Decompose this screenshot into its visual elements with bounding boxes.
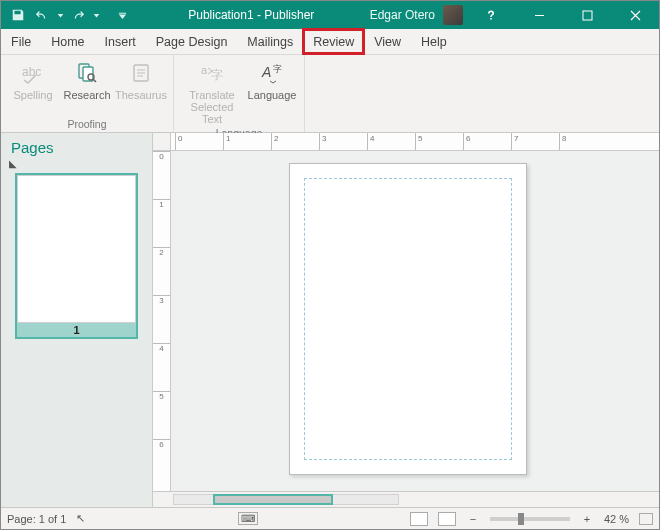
hruler-ticks: 012345678 — [175, 133, 659, 150]
avatar[interactable] — [443, 5, 463, 25]
hruler-tick: 6 — [463, 133, 511, 150]
redo-dropdown-icon[interactable] — [91, 4, 101, 26]
canvas[interactable] — [171, 151, 659, 491]
close-icon[interactable] — [615, 1, 655, 29]
zoom-fit-icon[interactable] — [639, 513, 653, 525]
svg-rect-1 — [583, 11, 592, 20]
redo-icon[interactable] — [67, 4, 89, 26]
tab-file[interactable]: File — [1, 29, 41, 54]
vruler-tick: 3 — [153, 295, 170, 343]
zoom-in-button[interactable]: + — [580, 513, 594, 525]
zoom-percent[interactable]: 42 % — [604, 513, 629, 525]
app-window: Publication1 - Publisher Edgar Otero Fil… — [0, 0, 660, 530]
pages-collapse-toggle[interactable]: ◣ — [1, 158, 152, 169]
page-thumbnails: 1 — [1, 169, 152, 343]
view-two-page-icon[interactable] — [438, 512, 456, 526]
thesaurus-icon — [127, 59, 155, 87]
vruler-tick: 1 — [153, 199, 170, 247]
qat-customize-icon[interactable] — [111, 4, 133, 26]
thesaurus-button: Thesaurus — [117, 59, 165, 101]
research-button[interactable]: Research — [63, 59, 111, 101]
title-bar: Publication1 - Publisher Edgar Otero — [1, 1, 659, 29]
translate-icon: a字 — [198, 59, 226, 87]
status-bar: Page: 1 of 1 ↖ ⌨ − + 42 % — [1, 507, 659, 529]
spelling-button: abc Spelling — [9, 59, 57, 101]
group-proofing: abc Spelling Research Thesaurus — [1, 55, 174, 132]
tab-review[interactable]: Review — [303, 29, 364, 54]
svg-text:字: 字 — [273, 64, 282, 74]
ribbon-tabs: File Home Insert Page Design Mailings Re… — [1, 29, 659, 55]
ruler-corner — [153, 133, 171, 151]
pages-panel: Pages ◣ 1 — [1, 133, 153, 507]
hruler-tick: 0 — [175, 133, 223, 150]
language-icon: A字 — [258, 59, 286, 87]
hruler-tick: 7 — [511, 133, 559, 150]
doc-title: Publication1 — [188, 8, 253, 22]
vruler-tick: 5 — [153, 391, 170, 439]
translate-button: a字 Translate Selected Text — [182, 59, 242, 125]
hruler-tick: 5 — [415, 133, 463, 150]
cursor-icon: ↖ — [76, 512, 85, 525]
title-right: Edgar Otero — [370, 1, 659, 29]
svg-text:abc: abc — [22, 65, 41, 79]
svg-line-6 — [93, 79, 96, 82]
zoom-out-button[interactable]: − — [466, 513, 480, 525]
spelling-icon: abc — [19, 59, 47, 87]
hruler-tick: 8 — [559, 133, 607, 150]
user-name: Edgar Otero — [370, 8, 435, 22]
thesaurus-label: Thesaurus — [115, 89, 167, 101]
research-icon — [73, 59, 101, 87]
window-title: Publication1 - Publisher — [133, 8, 370, 22]
zoom-slider-thumb[interactable] — [518, 513, 524, 525]
view-single-page-icon[interactable] — [410, 512, 428, 526]
page-margins — [304, 178, 512, 460]
language-label: Language — [248, 89, 297, 101]
research-label: Research — [63, 89, 110, 101]
tab-mailings[interactable]: Mailings — [237, 29, 303, 54]
editor: 012345678 0123456 — [153, 133, 659, 507]
vruler-tick: 0 — [153, 151, 170, 199]
minimize-icon[interactable] — [519, 1, 559, 29]
page-thumbnail-1[interactable]: 1 — [15, 173, 138, 339]
help-icon[interactable] — [471, 1, 511, 29]
tab-home[interactable]: Home — [41, 29, 94, 54]
vertical-ruler[interactable]: 0123456 — [153, 151, 171, 491]
scroll-thumb[interactable] — [213, 494, 333, 505]
tab-insert[interactable]: Insert — [95, 29, 146, 54]
pages-panel-header: Pages — [1, 133, 152, 158]
group-proofing-label: Proofing — [67, 116, 106, 130]
language-button[interactable]: A字 Language — [248, 59, 296, 101]
hruler-tick: 4 — [367, 133, 415, 150]
svg-text:字: 字 — [211, 68, 223, 82]
spelling-label: Spelling — [13, 89, 52, 101]
horizontal-ruler[interactable]: 012345678 — [153, 133, 659, 151]
zoom-slider[interactable] — [490, 517, 570, 521]
quick-access-toolbar — [1, 4, 133, 26]
thumbnail-preview — [17, 175, 136, 323]
translate-label: Translate Selected Text — [182, 89, 242, 125]
ribbon: abc Spelling Research Thesaurus — [1, 55, 659, 133]
svg-text:A: A — [261, 64, 271, 80]
thumbnail-number: 1 — [17, 323, 136, 337]
horizontal-scrollbar[interactable] — [153, 491, 659, 507]
body: Pages ◣ 1 012345678 0123456 — [1, 133, 659, 507]
vruler-tick: 2 — [153, 247, 170, 295]
tab-page-design[interactable]: Page Design — [146, 29, 238, 54]
hruler-tick: 1 — [223, 133, 271, 150]
tab-view[interactable]: View — [364, 29, 411, 54]
page-1[interactable] — [289, 163, 527, 475]
vruler-tick: 4 — [153, 343, 170, 391]
hruler-tick: 2 — [271, 133, 319, 150]
undo-dropdown-icon[interactable] — [55, 4, 65, 26]
tab-help[interactable]: Help — [411, 29, 457, 54]
page-indicator[interactable]: Page: 1 of 1 — [7, 513, 66, 525]
hruler-tick: 3 — [319, 133, 367, 150]
svg-rect-0 — [535, 15, 544, 16]
caps-indicator-icon: ⌨ — [238, 512, 258, 525]
save-icon[interactable] — [7, 4, 29, 26]
vruler-tick: 6 — [153, 439, 170, 487]
app-name: Publisher — [264, 8, 314, 22]
svg-text:a: a — [201, 64, 208, 76]
maximize-icon[interactable] — [567, 1, 607, 29]
undo-icon[interactable] — [31, 4, 53, 26]
